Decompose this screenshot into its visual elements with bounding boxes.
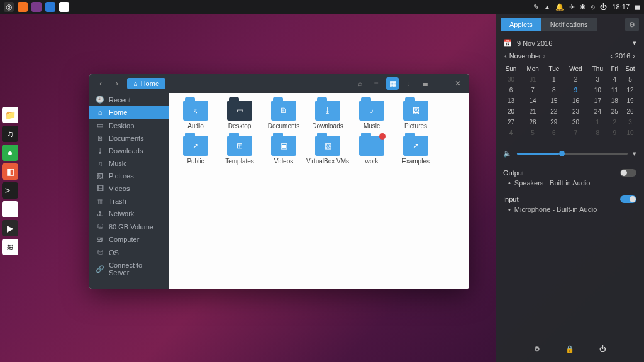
next-year-button[interactable]: ›	[630, 52, 638, 60]
date-row[interactable]: 📅 9 Nov 2016 ▾	[496, 35, 644, 51]
output-device[interactable]: • Speakers - Built-in Audio	[503, 178, 636, 188]
calendar-day[interactable]: 17	[587, 96, 608, 106]
indicator-icon[interactable]: ▲	[544, 3, 551, 11]
folder-examples[interactable]: ↗Examples	[394, 136, 438, 165]
view-grid-button[interactable]: ▦	[386, 77, 399, 90]
calendar-day[interactable]: 1	[544, 74, 564, 85]
folder-audio[interactable]: ♫Audio	[174, 101, 218, 129]
calendar-day[interactable]: 30	[501, 74, 521, 85]
volume-track[interactable]	[517, 153, 628, 155]
calendar-day[interactable]: 3	[621, 117, 639, 128]
calendar-day[interactable]: 21	[521, 106, 544, 117]
breadcrumb-home[interactable]: ⌂ Home	[127, 78, 165, 89]
folder-virtualbox-vms[interactable]: ▧VirtualBox VMs	[306, 136, 350, 165]
calendar-day[interactable]: 10	[621, 128, 639, 138]
power-icon[interactable]: ⏻	[599, 345, 606, 353]
calendar-day[interactable]: 8	[587, 128, 608, 138]
calendar-day[interactable]: 12	[621, 85, 639, 96]
tab-applets[interactable]: Applets	[501, 18, 541, 31]
folder-pictures[interactable]: 🖼Pictures	[394, 101, 438, 129]
taskbar-app-1[interactable]	[18, 2, 28, 12]
dock-item-5[interactable]	[2, 201, 18, 217]
fm-content[interactable]: ♫Audio▭Desktop🗎Documents⭳Downloads♪Music…	[169, 93, 469, 289]
calendar-day[interactable]: 31	[521, 74, 544, 85]
folder-videos[interactable]: ▣Videos	[262, 136, 306, 165]
sidebar-item-os[interactable]: ⛁OS	[89, 246, 169, 259]
nav-back-button[interactable]: ‹	[94, 77, 107, 90]
input-device[interactable]: • Microphone - Built-in Audio	[503, 204, 636, 214]
nav-forward-button[interactable]: ›	[111, 77, 123, 90]
calendar-day[interactable]: 3	[587, 74, 608, 85]
calendar-day[interactable]: 15	[544, 96, 564, 106]
dock-item-4[interactable]: >_	[2, 182, 18, 199]
sidebar-item-music[interactable]: ♫Music	[89, 157, 169, 170]
calendar-day[interactable]: 4	[501, 128, 521, 138]
folder-documents[interactable]: 🗎Documents	[262, 101, 306, 129]
chevron-down-icon[interactable]: ▾	[633, 150, 636, 158]
folder-music[interactable]: ♪Music	[350, 101, 394, 129]
sidebar-item-downloads[interactable]: ⭳Downloads	[89, 145, 169, 157]
session-icon[interactable]: ◼	[635, 3, 640, 11]
calendar-day[interactable]: 2	[564, 74, 588, 85]
dock-item-1[interactable]: ♫	[2, 126, 18, 142]
calendar-day[interactable]: 5	[521, 128, 544, 138]
folder-public[interactable]: ↗Public	[174, 136, 218, 165]
calendar-day[interactable]: 4	[608, 74, 621, 85]
calendar-day[interactable]: 26	[621, 106, 639, 117]
dock-item-2[interactable]: ●	[2, 145, 18, 161]
sidebar-item-videos[interactable]: 🎞Videos	[89, 182, 169, 195]
minimize-button[interactable]: –	[435, 77, 448, 90]
activities-icon[interactable]: ◎	[4, 2, 14, 12]
calendar-day[interactable]: 23	[564, 106, 588, 117]
prev-month-button[interactable]: ‹	[502, 52, 509, 60]
calendar-day[interactable]: 19	[621, 96, 639, 106]
calendar-day[interactable]: 16	[564, 96, 588, 106]
tab-notifications[interactable]: Notifications	[541, 18, 597, 31]
sidebar-item-recent[interactable]: 🕘Recent	[89, 93, 169, 106]
sidebar-item-network[interactable]: 🖧Network	[89, 207, 169, 220]
calendar-day[interactable]: 28	[521, 117, 544, 128]
sidebar-item-home[interactable]: ⌂Home	[89, 106, 169, 119]
sidebar-item-connect-to-server[interactable]: 🔗Connect to Server	[89, 259, 169, 279]
sidebar-item-desktop[interactable]: ▭Desktop	[89, 119, 169, 132]
close-button[interactable]: ✕	[452, 77, 464, 90]
hamburger-button[interactable]: ≣	[419, 77, 431, 90]
calendar-day[interactable]: 20	[501, 106, 521, 117]
calendar-day[interactable]: 13	[501, 96, 521, 106]
sidebar-item-documents[interactable]: 🗎Documents	[89, 132, 169, 145]
calendar-day[interactable]: 2	[608, 117, 621, 128]
indicator-icon[interactable]: ⏻	[600, 3, 607, 11]
calendar-day[interactable]: 6	[544, 128, 564, 138]
calendar-day[interactable]: 7	[564, 128, 588, 138]
calendar-day[interactable]: 14	[521, 96, 544, 106]
view-list-button[interactable]: ≡	[370, 77, 382, 90]
settings-icon[interactable]: ⚙	[534, 345, 540, 353]
calendar-day[interactable]: 6	[501, 85, 521, 96]
calendar-day[interactable]: 25	[608, 106, 621, 117]
calendar-day[interactable]: 8	[544, 85, 564, 96]
taskbar-app-2[interactable]	[31, 2, 42, 12]
calendar-day[interactable]: 24	[587, 106, 608, 117]
calendar-day[interactable]: 18	[608, 96, 621, 106]
calendar-day[interactable]: 7	[521, 85, 544, 96]
sidebar-item-trash[interactable]: 🗑Trash	[89, 195, 169, 207]
clock[interactable]: 18:17	[612, 3, 630, 11]
volume-slider[interactable]: 🔈 ▾	[496, 143, 644, 164]
output-toggle[interactable]	[620, 169, 636, 177]
indicator-icon[interactable]: 🔔	[555, 3, 564, 11]
folder-templates[interactable]: ⊞Templates	[218, 136, 262, 165]
indicator-icon[interactable]: ✱	[580, 3, 586, 11]
folder-work[interactable]: work	[350, 136, 394, 165]
dock-item-3[interactable]: ◧	[2, 163, 18, 180]
calendar-day[interactable]: 30	[564, 117, 588, 128]
sidebar-item-pictures[interactable]: 🖼Pictures	[89, 170, 169, 182]
sidebar-item-80-gb-volume[interactable]: ⛁80 GB Volume	[89, 220, 169, 233]
sidebar-item-computer[interactable]: 🖳Computer	[89, 233, 169, 246]
calendar-day[interactable]: 11	[608, 85, 621, 96]
folder-desktop[interactable]: ▭Desktop	[218, 101, 262, 129]
taskbar-app-3[interactable]	[45, 2, 55, 12]
dock-item-6[interactable]: ▶	[2, 220, 18, 236]
calendar-day[interactable]: 9	[608, 128, 621, 138]
sort-button[interactable]: ↓	[402, 77, 415, 90]
panel-settings-button[interactable]: ⚙	[625, 18, 639, 31]
